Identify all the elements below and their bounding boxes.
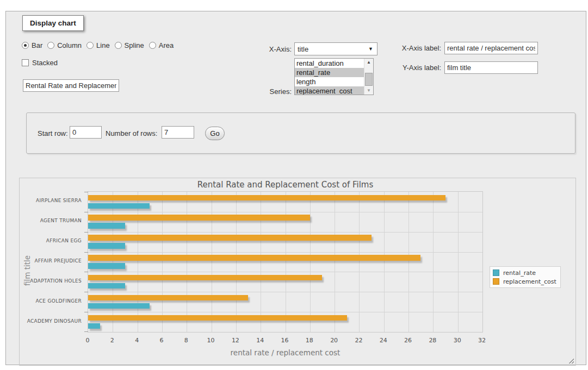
start-row-input[interactable] (70, 126, 102, 139)
page: Display chart BarColumnLineSplineArea St… (0, 0, 588, 370)
y-tick-mark (84, 331, 88, 332)
legend-label: replacement_cost (503, 278, 556, 285)
stacked-label: Stacked (32, 59, 58, 67)
bar-replacement_cost (88, 275, 322, 281)
gridline-vertical (286, 192, 286, 332)
x-tick-label: 10 (200, 337, 222, 344)
chart-type-radio-bar[interactable] (22, 42, 29, 49)
series-option-replacement_cost[interactable]: replacement_cost (295, 86, 364, 95)
resize-handle-icon[interactable] (568, 358, 574, 363)
stacked-option[interactable]: Stacked (22, 59, 58, 67)
x-tick-label: 14 (249, 337, 271, 344)
listbox-scrollbar[interactable]: ▲ ▼ (364, 59, 373, 95)
y-tick-mark (84, 232, 88, 233)
chart-type-option-label: Spline (125, 41, 144, 49)
chart-type-radio-line[interactable] (86, 42, 94, 49)
legend-swatch-replacement_cost (493, 278, 499, 285)
bar-replacement_cost (88, 315, 347, 321)
gridline-horizontal (88, 232, 482, 233)
category-label: AIRPLANE SIERRA (20, 198, 82, 203)
x-tick-label: 20 (323, 337, 345, 344)
chart-category-labels: AIRPLANE SIERRAAGENT TRUMANAFRICAN EGGAF… (20, 191, 82, 333)
series-option-rental_duration[interactable]: rental_duration (295, 59, 364, 68)
bar-rental_rate (88, 243, 125, 249)
x-tick-label: 24 (373, 337, 394, 344)
bar-rental_rate (88, 203, 150, 209)
series-option-rental_rate[interactable]: rental_rate (295, 68, 364, 77)
chart-type-option-line[interactable]: Line (86, 41, 110, 49)
y-tick-mark (84, 212, 88, 212)
y-tick-mark (84, 292, 88, 292)
chart-x-tick-labels: 02468101214161820222426283032 (88, 337, 483, 344)
chart-title: Rental Rate and Replacement Cost of Film… (88, 180, 483, 190)
chart-type-option-label: Bar (32, 41, 42, 49)
legend-label: rental_rate (503, 269, 536, 277)
chart-type-option-spline[interactable]: Spline (115, 41, 144, 49)
bar-replacement_cost (88, 255, 420, 261)
gridline-vertical (359, 192, 360, 332)
go-button[interactable]: Go (205, 127, 225, 140)
x-tick-label: 4 (126, 337, 148, 344)
scroll-down-icon[interactable]: ▼ (364, 87, 373, 95)
chart-title-input[interactable] (23, 79, 119, 92)
y-axis-label-input[interactable] (444, 61, 538, 74)
x-tick-label: 30 (447, 337, 468, 344)
gridline-vertical (408, 192, 409, 332)
chart-type-option-column[interactable]: Column (47, 41, 82, 49)
chart-type-option-bar[interactable]: Bar (22, 41, 42, 49)
x-axis-select-label: X-Axis: (237, 45, 292, 53)
chart-type-option-area[interactable]: Area (149, 41, 174, 49)
bar-rental_rate (88, 223, 125, 229)
num-rows-input[interactable] (162, 126, 194, 139)
scrollbar-thumb[interactable] (365, 73, 373, 86)
chart-type-option-label: Column (57, 41, 82, 49)
y-tick-mark (84, 312, 88, 312)
series-listbox[interactable]: rental_durationrental_ratelengthreplacem… (294, 58, 374, 95)
y-tick-mark (84, 192, 88, 192)
row-controls-panel: Start row: Number of rows: Go (26, 112, 575, 154)
gridline-horizontal (88, 292, 482, 292)
x-tick-label: 32 (471, 337, 493, 344)
bar-replacement_cost (88, 215, 310, 221)
gridline-vertical (113, 192, 113, 332)
bar-rental_rate (88, 303, 150, 309)
chart-legend: rental_ratereplacement_cost (490, 266, 561, 288)
x-tick-label: 18 (299, 337, 320, 344)
y-tick-mark (84, 272, 88, 272)
gridline-vertical (187, 192, 187, 332)
legend-item: rental_rate (493, 268, 556, 277)
x-tick-label: 22 (348, 337, 369, 344)
chart-type-radio-area[interactable] (149, 42, 156, 49)
chart-type-radio-group: BarColumnLineSplineArea (22, 41, 174, 49)
fieldset-legend: Display chart (22, 15, 84, 31)
bar-rental_rate (88, 323, 100, 329)
bar-replacement_cost (88, 235, 372, 241)
gridline-vertical (335, 192, 335, 332)
bar-rental_rate (88, 263, 125, 269)
num-rows-label: Number of rows: (106, 129, 157, 137)
x-tick-label: 0 (77, 337, 98, 344)
chart-container: Rental Rate and Replacement Cost of Film… (19, 178, 576, 366)
gridline-horizontal (88, 212, 482, 212)
legend-swatch-rental_rate (493, 269, 499, 276)
x-axis-label-label: X-Axis label: (387, 44, 441, 52)
dropdown-arrow-icon: ▼ (368, 47, 373, 52)
gridline-vertical (261, 192, 261, 332)
start-row-label: Start row: (38, 129, 68, 137)
gridline-vertical (236, 192, 237, 332)
chart-type-radio-spline[interactable] (115, 42, 122, 49)
chart-type-radio-column[interactable] (47, 42, 54, 49)
chart-type-option-label: Area (159, 41, 174, 49)
x-axis-label-input[interactable] (444, 42, 538, 54)
plot-area (88, 191, 483, 333)
scroll-up-icon[interactable]: ▲ (364, 59, 373, 66)
category-label: AFRICAN EGG (20, 238, 82, 243)
gridline-vertical (384, 192, 385, 332)
y-axis-label-label: Y-Axis label: (387, 64, 441, 72)
x-tick-label: 16 (274, 337, 296, 344)
category-label: AFFAIR PREJUDICE (20, 258, 82, 264)
series-option-length[interactable]: length (295, 77, 364, 86)
stacked-checkbox[interactable] (22, 59, 29, 66)
x-axis-select-value: title (298, 45, 308, 53)
x-axis-select[interactable]: title ▼ (294, 42, 377, 55)
